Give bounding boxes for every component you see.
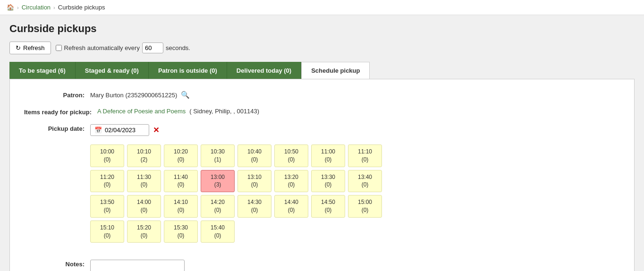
tab-schedule-pickup[interactable]: Schedule pickup: [301, 62, 370, 79]
time-slot-1300[interactable]: 13:00(3): [201, 170, 235, 193]
time-slot-1140[interactable]: 11:40(0): [164, 170, 198, 193]
circulation-link[interactable]: Circulation: [22, 4, 51, 11]
time-slot-1330[interactable]: 13:30(0): [311, 170, 345, 193]
refresh-auto-checkbox[interactable]: [56, 45, 62, 51]
time-slot-1450[interactable]: 14:50(0): [311, 195, 345, 218]
patron-label: Patron:: [24, 91, 90, 99]
tab-patron-outside[interactable]: Patron is outside (0): [149, 62, 227, 79]
clear-date-button[interactable]: ✕: [153, 126, 159, 135]
tabs-container: To be staged (6) Staged & ready (0) Patr…: [9, 62, 635, 79]
time-grid: 10:00(0)10:10(2)10:20(0)10:30(1)10:40(0)…: [90, 144, 411, 243]
time-slot-1310[interactable]: 13:10(0): [237, 170, 271, 193]
sep-1: ›: [17, 5, 19, 10]
current-page-crumb: Curbside pickups: [58, 4, 105, 11]
notes-input[interactable]: [90, 260, 185, 271]
time-slot-1540[interactable]: 15:40(0): [201, 220, 235, 243]
patron-row: Patron: Mary Burton (23529000651225) 🔍: [24, 91, 620, 99]
time-slot-1050[interactable]: 10:50(0): [274, 144, 308, 167]
time-slot-1510[interactable]: 15:10(0): [90, 220, 124, 243]
refresh-icon: ↻: [16, 44, 21, 51]
time-slots-row: 10:00(0)10:10(2)10:20(0)10:30(1)10:40(0)…: [90, 144, 620, 251]
tab-delivered-today[interactable]: Delivered today (0): [227, 62, 301, 79]
items-row: Items ready for pickup: A Defence of Poe…: [24, 108, 620, 116]
tab-staged-ready[interactable]: Staged & ready (0): [76, 62, 149, 79]
time-slot-1020[interactable]: 10:20(0): [164, 144, 198, 167]
home-icon: 🏠: [7, 4, 14, 11]
time-slot-1030[interactable]: 10:30(1): [201, 144, 235, 167]
time-slot-1410[interactable]: 14:10(0): [164, 195, 198, 218]
refresh-button[interactable]: ↻ Refresh: [9, 42, 51, 54]
time-slot-1500[interactable]: 15:00(0): [348, 195, 382, 218]
main-content: Curbside pickups ↻ Refresh Refresh autom…: [0, 15, 644, 271]
time-slot-1100[interactable]: 11:00(0): [311, 144, 345, 167]
home-link[interactable]: 🏠: [7, 4, 14, 11]
time-slot-1420[interactable]: 14:20(0): [201, 195, 235, 218]
time-slot-1430[interactable]: 14:30(0): [237, 195, 271, 218]
time-slot-1340[interactable]: 13:40(0): [348, 170, 382, 193]
notes-row: Notes:: [24, 260, 620, 271]
refresh-interval-input[interactable]: [142, 42, 163, 53]
toolbar: ↻ Refresh Refresh automatically every se…: [9, 42, 635, 54]
time-slot-1000[interactable]: 10:00(0): [90, 144, 124, 167]
patron-search-button[interactable]: 🔍: [181, 91, 190, 99]
sep-2: ›: [53, 5, 55, 10]
refresh-auto-section: Refresh automatically every seconds.: [56, 42, 190, 53]
time-slot-1130[interactable]: 11:30(0): [127, 170, 161, 193]
schedule-pickup-tab-content: Patron: Mary Burton (23529000651225) 🔍 I…: [9, 79, 635, 271]
items-value: A Defence of Poesie and Poems ( Sidney, …: [97, 108, 259, 115]
item-details: ( Sidney, Philip, , 001143): [189, 108, 259, 115]
patron-name: Mary Burton (23529000651225): [90, 92, 177, 99]
notes-value: [90, 260, 185, 271]
pickup-date-label: Pickup date:: [24, 124, 90, 132]
time-slot-1320[interactable]: 13:20(0): [274, 170, 308, 193]
calendar-icon: 📅: [94, 127, 102, 134]
pickup-date-field[interactable]: [105, 127, 145, 134]
time-slot-1010[interactable]: 10:10(2): [127, 144, 161, 167]
patron-value: Mary Burton (23529000651225) 🔍: [90, 91, 190, 99]
items-label: Items ready for pickup:: [24, 108, 97, 116]
page-title: Curbside pickups: [9, 23, 635, 35]
seconds-label: seconds.: [166, 44, 190, 51]
breadcrumb: 🏠 › Circulation › Curbside pickups: [0, 0, 644, 15]
notes-label: Notes:: [24, 260, 90, 268]
time-slot-1400[interactable]: 14:00(0): [127, 195, 161, 218]
time-slot-1530[interactable]: 15:30(0): [164, 220, 198, 243]
time-slot-1520[interactable]: 15:20(0): [127, 220, 161, 243]
time-slot-1110[interactable]: 11:10(0): [348, 144, 382, 167]
refresh-auto-label: Refresh automatically every: [64, 44, 140, 51]
time-slot-1040[interactable]: 10:40(0): [237, 144, 271, 167]
refresh-label: Refresh: [23, 44, 45, 51]
tab-to-be-staged[interactable]: To be staged (6): [9, 62, 76, 79]
time-slot-1440[interactable]: 14:40(0): [274, 195, 308, 218]
pickup-date-row: Pickup date: 📅 ✕: [24, 124, 620, 136]
time-slot-1350[interactable]: 13:50(0): [90, 195, 124, 218]
pickup-date-value: 📅 ✕: [90, 124, 159, 136]
time-slot-1120[interactable]: 11:20(0): [90, 170, 124, 193]
item-title-link[interactable]: A Defence of Poesie and Poems: [97, 108, 186, 115]
pickup-date-input-wrapper[interactable]: 📅: [90, 124, 149, 136]
